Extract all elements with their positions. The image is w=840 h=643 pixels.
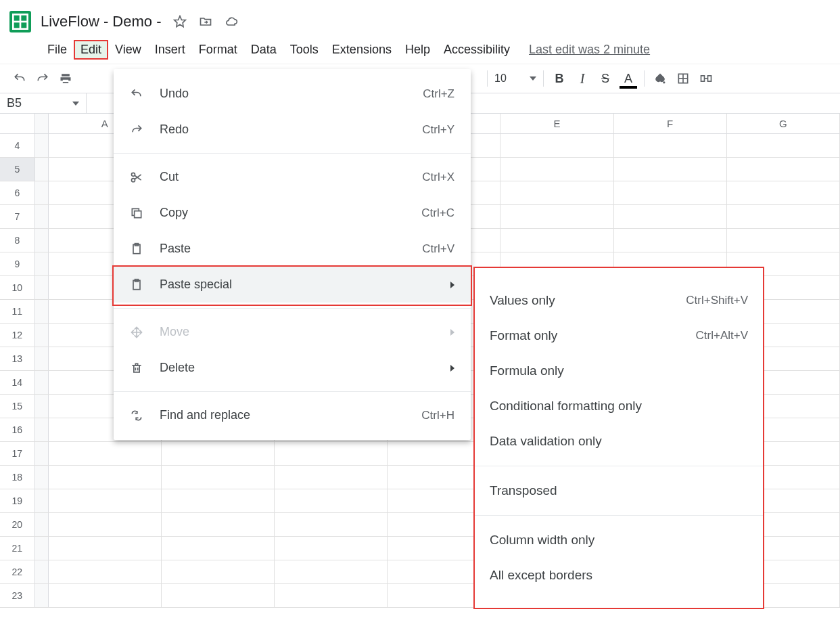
cell[interactable] — [727, 158, 840, 181]
row-header[interactable]: 7 — [0, 205, 35, 228]
row-header[interactable]: 10 — [0, 276, 35, 299]
cell[interactable] — [275, 489, 388, 512]
paste-conditional-formatting-only[interactable]: Conditional formatting only — [475, 389, 763, 424]
print-button[interactable] — [54, 67, 77, 90]
fill-color-button[interactable] — [649, 67, 672, 90]
cell[interactable] — [162, 513, 275, 536]
paste-transposed[interactable]: Transposed — [475, 473, 763, 508]
menu-paste[interactable]: Paste Ctrl+V — [114, 231, 471, 267]
row-header[interactable]: 12 — [0, 324, 35, 347]
menu-file[interactable]: File — [41, 40, 74, 60]
menu-accessibility[interactable]: Accessibility — [437, 40, 517, 60]
document-title[interactable]: LiveFlow - Demo - — [41, 13, 161, 30]
cell[interactable] — [162, 584, 275, 607]
undo-button[interactable] — [8, 67, 31, 90]
paste-formula-only[interactable]: Formula only — [475, 353, 763, 389]
borders-button[interactable] — [672, 67, 695, 90]
row-header[interactable]: 22 — [0, 560, 35, 583]
paste-column-width-only[interactable]: Column width only — [475, 523, 763, 558]
merge-cells-button[interactable] — [695, 67, 718, 90]
cell[interactable] — [727, 134, 840, 157]
cell[interactable] — [500, 205, 613, 228]
row-header[interactable]: 13 — [0, 347, 35, 370]
cell[interactable] — [500, 134, 613, 157]
redo-button[interactable] — [31, 67, 54, 90]
cell[interactable] — [275, 442, 388, 465]
cell[interactable] — [614, 181, 727, 204]
menu-view[interactable]: View — [108, 40, 148, 60]
menu-undo[interactable]: Undo Ctrl+Z — [114, 76, 471, 112]
bold-button[interactable]: B — [548, 67, 571, 90]
column-header-G[interactable]: G — [727, 114, 840, 133]
cell[interactable] — [727, 229, 840, 252]
paste-data-validation-only[interactable]: Data validation only — [475, 424, 763, 459]
select-all-corner[interactable] — [0, 114, 35, 133]
last-edit-link[interactable]: Last edit was 2 minute — [529, 43, 650, 57]
row-header[interactable]: 14 — [0, 371, 35, 394]
paste-format-only[interactable]: Format only Ctrl+Alt+V — [475, 318, 763, 353]
cell[interactable] — [49, 513, 162, 536]
cell[interactable] — [162, 537, 275, 560]
row-header[interactable]: 23 — [0, 584, 35, 607]
cell[interactable] — [275, 537, 388, 560]
cell[interactable] — [614, 205, 727, 228]
row-header[interactable]: 6 — [0, 181, 35, 204]
cell[interactable] — [275, 466, 388, 489]
menu-format[interactable]: Format — [192, 40, 244, 60]
row-header[interactable]: 15 — [0, 395, 35, 418]
cell[interactable] — [49, 560, 162, 583]
cloud-status-icon[interactable] — [222, 12, 241, 31]
cell[interactable] — [614, 134, 727, 157]
row-header[interactable]: 19 — [0, 489, 35, 512]
menu-cut[interactable]: Cut Ctrl+X — [114, 159, 471, 195]
cell[interactable] — [500, 158, 613, 181]
row-header[interactable]: 18 — [0, 466, 35, 489]
cell[interactable] — [49, 584, 162, 607]
star-icon[interactable] — [170, 12, 189, 31]
menu-redo[interactable]: Redo Ctrl+Y — [114, 112, 471, 148]
move-folder-icon[interactable] — [196, 12, 215, 31]
cell[interactable] — [275, 584, 388, 607]
row-header[interactable]: 20 — [0, 513, 35, 536]
cell[interactable] — [49, 537, 162, 560]
cell[interactable] — [49, 489, 162, 512]
row-header[interactable]: 4 — [0, 134, 35, 157]
row-header[interactable]: 8 — [0, 229, 35, 252]
menu-extensions[interactable]: Extensions — [325, 40, 398, 60]
row-header[interactable]: 9 — [0, 252, 35, 275]
cell[interactable] — [162, 489, 275, 512]
menu-data[interactable]: Data — [244, 40, 283, 60]
cell[interactable] — [49, 442, 162, 465]
strikethrough-button[interactable]: S — [594, 67, 617, 90]
cell[interactable] — [162, 560, 275, 583]
cell[interactable] — [275, 560, 388, 583]
row-header[interactable]: 16 — [0, 418, 35, 441]
text-color-button[interactable]: A — [617, 67, 640, 90]
row-header[interactable]: 11 — [0, 300, 35, 323]
paste-all-except-borders[interactable]: All except borders — [475, 558, 763, 593]
cell[interactable] — [727, 205, 840, 228]
row-header[interactable]: 21 — [0, 537, 35, 560]
menu-copy[interactable]: Copy Ctrl+C — [114, 195, 471, 231]
italic-button[interactable]: I — [571, 67, 594, 90]
name-box[interactable]: B5 — [0, 93, 87, 113]
cell[interactable] — [162, 466, 275, 489]
cell[interactable] — [49, 466, 162, 489]
cell[interactable] — [614, 158, 727, 181]
cell[interactable] — [500, 181, 613, 204]
cell[interactable] — [500, 229, 613, 252]
row-header[interactable]: 5 — [0, 158, 35, 181]
sheets-logo[interactable] — [5, 8, 35, 35]
menu-edit[interactable]: Edit — [74, 40, 108, 60]
menu-tools[interactable]: Tools — [283, 40, 325, 60]
menu-delete[interactable]: Delete — [114, 350, 471, 386]
cell[interactable] — [275, 513, 388, 536]
menu-paste-special[interactable]: Paste special — [114, 267, 471, 303]
cell[interactable] — [162, 442, 275, 465]
font-size-select[interactable]: 10 — [492, 72, 539, 85]
cell[interactable] — [614, 229, 727, 252]
column-header-E[interactable]: E — [500, 114, 613, 133]
menu-help[interactable]: Help — [398, 40, 437, 60]
menu-find-replace[interactable]: Find and replace Ctrl+H — [114, 397, 471, 433]
paste-values-only[interactable]: Values only Ctrl+Shift+V — [475, 283, 763, 318]
